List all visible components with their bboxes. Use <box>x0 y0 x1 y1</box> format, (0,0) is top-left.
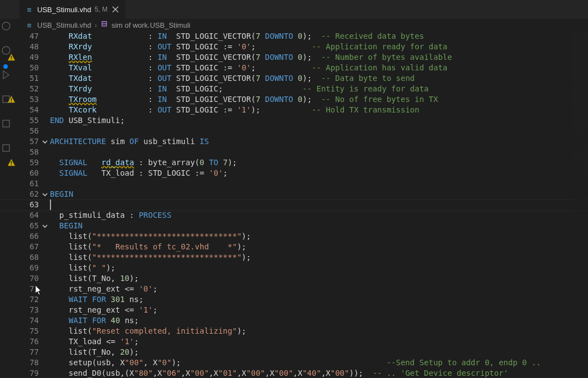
activity-icon[interactable] <box>1 21 11 31</box>
code-line[interactable]: list(" "); <box>50 263 588 273</box>
activity-icon[interactable] <box>1 45 11 55</box>
glyph-slot <box>0 315 22 326</box>
line-number: 51 <box>22 73 40 84</box>
symbol-icon <box>100 20 108 30</box>
activity-icon[interactable] <box>1 94 11 104</box>
line-number: 65 <box>22 221 40 231</box>
fold-slot <box>40 178 50 189</box>
warning-icon[interactable] <box>0 157 22 168</box>
code-line[interactable]: SIGNAL TX_load : STD_LOGIC := '0'; <box>50 168 588 178</box>
svg-rect-9 <box>3 120 9 127</box>
fold-toggle-icon[interactable] <box>40 221 50 231</box>
code-line[interactable]: SIGNAL rd_data : byte_array(0 TO 7); <box>50 157 588 168</box>
fold-slot <box>40 347 50 357</box>
fold-slot <box>40 294 50 305</box>
code-area[interactable]: RXdat : IN STD_LOGIC_VECTOR(7 DOWNTO 0);… <box>50 31 588 378</box>
line-number: 54 <box>22 105 40 115</box>
fold-slot <box>40 326 50 336</box>
line-number: 73 <box>22 305 40 315</box>
code-line[interactable]: BEGIN <box>50 189 588 200</box>
minimap[interactable] <box>572 31 588 375</box>
line-number: 78 <box>22 357 40 368</box>
code-line[interactable]: RXrdy : OUT STD_LOGIC := '0'; -- Applica… <box>50 42 588 52</box>
line-number: 49 <box>22 52 40 63</box>
code-line[interactable]: list("******************************"); <box>50 252 588 263</box>
line-number: 70 <box>22 273 40 284</box>
fold-slot <box>40 336 50 347</box>
code-line[interactable]: setup(usb, X"00", X"0"); --Send Setup to… <box>50 357 588 368</box>
code-line[interactable]: WAIT FOR 40 ns; <box>50 315 588 326</box>
activity-icon[interactable] <box>1 143 11 153</box>
code-line[interactable]: TXval : OUT STD_LOGIC := '0'; -- Applica… <box>50 63 588 73</box>
code-line[interactable] <box>50 147 588 157</box>
glyph-slot <box>0 284 22 294</box>
fold-slot <box>40 357 50 368</box>
line-number: 68 <box>22 252 40 263</box>
fold-slot <box>40 84 50 94</box>
svg-rect-8 <box>3 96 9 103</box>
svg-point-7 <box>2 47 10 54</box>
line-number: 64 <box>22 210 40 221</box>
file-icon: ≡ <box>25 20 34 30</box>
code-line[interactable] <box>50 200 588 210</box>
fold-slot <box>40 210 50 221</box>
glyph-slot <box>0 305 22 315</box>
code-line[interactable]: TXcork : OUT STD_LOGIC := '1'); -- Hold … <box>50 105 588 115</box>
code-line[interactable]: list("******************************"); <box>50 231 588 242</box>
fold-slot <box>40 242 50 252</box>
code-line[interactable]: TXdat : OUT STD_LOGIC_VECTOR(7 DOWNTO 0)… <box>50 73 588 84</box>
svg-rect-4 <box>11 161 12 164</box>
fold-slot <box>40 94 50 105</box>
code-line[interactable]: rst_neg_ext <= '0'; <box>50 284 588 294</box>
fold-slot <box>40 284 50 294</box>
fold-slot <box>40 368 50 378</box>
activity-icon[interactable] <box>1 119 11 129</box>
glyph-slot <box>0 368 22 378</box>
code-line[interactable]: list(T_No, 20); <box>50 347 588 357</box>
breadcrumb-symbol: sim of work.USB_Stimuli <box>111 20 190 30</box>
code-line[interactable]: TXroom : IN STD_LOGIC_VECTOR(7 DOWNTO 0)… <box>50 94 588 105</box>
code-line[interactable]: TXrdy : IN STD_LOGIC; -- Entity is ready… <box>50 84 588 94</box>
fold-slot <box>40 63 50 73</box>
code-line[interactable] <box>50 178 588 189</box>
code-line[interactable]: ARCHITECTURE sim OF usb_stimuli IS <box>50 136 588 147</box>
editor-tab[interactable]: ≡ USB_Stimuli.vhd 5, M <box>19 0 125 19</box>
breadcrumb[interactable]: ≡ USB_Stimuli.vhd › sim of work.USB_Stim… <box>0 19 588 31</box>
file-icon: ≡ <box>25 4 34 15</box>
code-line[interactable]: END USB_Stimuli; <box>50 115 588 126</box>
code-line[interactable]: list("Reset completed, initializing"); <box>50 326 588 336</box>
code-line[interactable]: list(T_No, 10); <box>50 273 588 284</box>
fold-toggle-icon[interactable] <box>40 136 50 147</box>
line-number: 79 <box>22 368 40 378</box>
line-number: 47 <box>22 31 40 42</box>
fold-slot <box>40 200 50 210</box>
code-line[interactable]: BEGIN <box>50 221 588 231</box>
close-icon[interactable] <box>111 5 120 14</box>
line-number: 62 <box>22 189 40 200</box>
code-line[interactable]: TX_load <= '1'; <box>50 336 588 347</box>
line-number: 53 <box>22 94 40 105</box>
code-line[interactable]: send_D0(usb,(X"80",X"06",X"00",X"01",X"0… <box>50 368 588 378</box>
code-line[interactable]: list("* Results of tc_02.vhd *"); <box>50 242 588 252</box>
glyph-slot <box>0 200 22 210</box>
fold-toggle-icon[interactable] <box>40 189 50 200</box>
code-line[interactable]: RXlen : IN STD_LOGIC_VECTOR(7 DOWNTO 0);… <box>50 52 588 63</box>
code-line[interactable] <box>50 126 588 136</box>
line-number: 57 <box>22 136 40 147</box>
fold-slot <box>40 157 50 168</box>
activity-icon[interactable] <box>1 70 11 80</box>
fold-slot <box>40 31 50 42</box>
code-editor[interactable]: 4748495051525354555657585960616263646566… <box>0 31 588 378</box>
glyph-slot <box>0 221 22 231</box>
glyph-slot <box>0 231 22 242</box>
line-number: 71 <box>22 284 40 294</box>
code-line[interactable]: p_stimuli_data : PROCESS <box>50 210 588 221</box>
glyph-slot <box>0 263 22 273</box>
fold-slot <box>40 115 50 126</box>
code-line[interactable]: rst_neg_ext <= '1'; <box>50 305 588 315</box>
breadcrumb-file: USB_Stimuli.vhd <box>37 20 92 30</box>
code-line[interactable]: WAIT FOR 301 ns; <box>50 294 588 305</box>
code-line[interactable]: RXdat : IN STD_LOGIC_VECTOR(7 DOWNTO 0);… <box>50 31 588 42</box>
fold-slot <box>40 42 50 52</box>
svg-rect-5 <box>11 164 12 165</box>
